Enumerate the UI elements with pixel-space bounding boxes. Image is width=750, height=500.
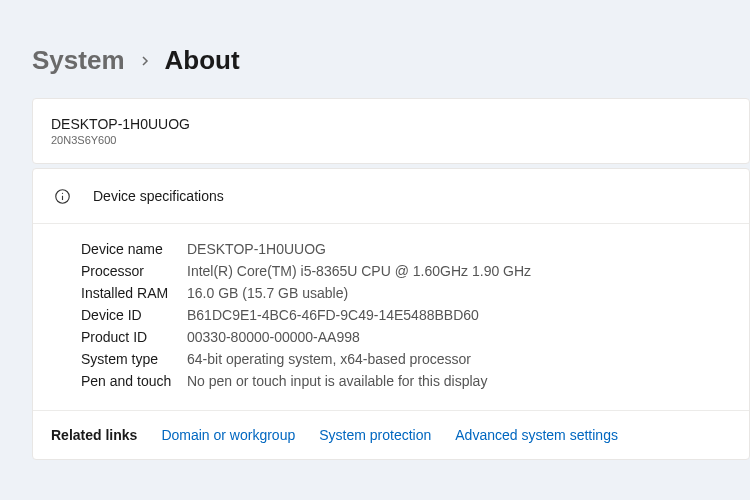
spec-value: B61DC9E1-4BC6-46FD-9C49-14E5488BBD60 bbox=[187, 307, 479, 323]
device-specs-card: Device specifications Device name DESKTO… bbox=[32, 168, 750, 460]
computer-name-card: DESKTOP-1H0UUOG 20N3S6Y600 bbox=[32, 98, 750, 164]
svg-point-2 bbox=[61, 193, 62, 194]
related-links-row: Related links Domain or workgroup System… bbox=[33, 410, 749, 459]
spec-label: Device name bbox=[81, 241, 187, 257]
related-links-label: Related links bbox=[51, 427, 137, 443]
spec-row-processor: Processor Intel(R) Core(TM) i5-8365U CPU… bbox=[81, 260, 731, 282]
spec-value: 00330-80000-00000-AA998 bbox=[187, 329, 360, 345]
computer-name: DESKTOP-1H0UUOG bbox=[51, 115, 731, 133]
spec-value: Intel(R) Core(TM) i5-8365U CPU @ 1.60GHz… bbox=[187, 263, 531, 279]
info-icon bbox=[53, 187, 71, 205]
computer-model: 20N3S6Y600 bbox=[51, 133, 731, 147]
chevron-right-icon bbox=[139, 55, 151, 67]
spec-value: DESKTOP-1H0UUOG bbox=[187, 241, 326, 257]
spec-row-system-type: System type 64-bit operating system, x64… bbox=[81, 348, 731, 370]
spec-label: Processor bbox=[81, 263, 187, 279]
link-system-protection[interactable]: System protection bbox=[319, 427, 431, 443]
spec-row-pen-touch: Pen and touch No pen or touch input is a… bbox=[81, 370, 731, 392]
link-domain-workgroup[interactable]: Domain or workgroup bbox=[161, 427, 295, 443]
device-specs-header[interactable]: Device specifications bbox=[33, 169, 749, 224]
spec-row-ram: Installed RAM 16.0 GB (15.7 GB usable) bbox=[81, 282, 731, 304]
spec-value: 16.0 GB (15.7 GB usable) bbox=[187, 285, 348, 301]
spec-label: Pen and touch bbox=[81, 373, 187, 389]
link-advanced-system-settings[interactable]: Advanced system settings bbox=[455, 427, 618, 443]
device-specs-body: Device name DESKTOP-1H0UUOG Processor In… bbox=[33, 224, 749, 410]
spec-value: 64-bit operating system, x64-based proce… bbox=[187, 351, 471, 367]
spec-value: No pen or touch input is available for t… bbox=[187, 373, 487, 389]
spec-label: Installed RAM bbox=[81, 285, 187, 301]
breadcrumb-parent[interactable]: System bbox=[32, 45, 125, 76]
spec-label: System type bbox=[81, 351, 187, 367]
spec-label: Product ID bbox=[81, 329, 187, 345]
breadcrumb: System About bbox=[32, 45, 750, 76]
device-specs-title: Device specifications bbox=[93, 188, 224, 204]
spec-row-device-name: Device name DESKTOP-1H0UUOG bbox=[81, 238, 731, 260]
spec-row-device-id: Device ID B61DC9E1-4BC6-46FD-9C49-14E548… bbox=[81, 304, 731, 326]
breadcrumb-current: About bbox=[165, 45, 240, 76]
spec-row-product-id: Product ID 00330-80000-00000-AA998 bbox=[81, 326, 731, 348]
spec-label: Device ID bbox=[81, 307, 187, 323]
